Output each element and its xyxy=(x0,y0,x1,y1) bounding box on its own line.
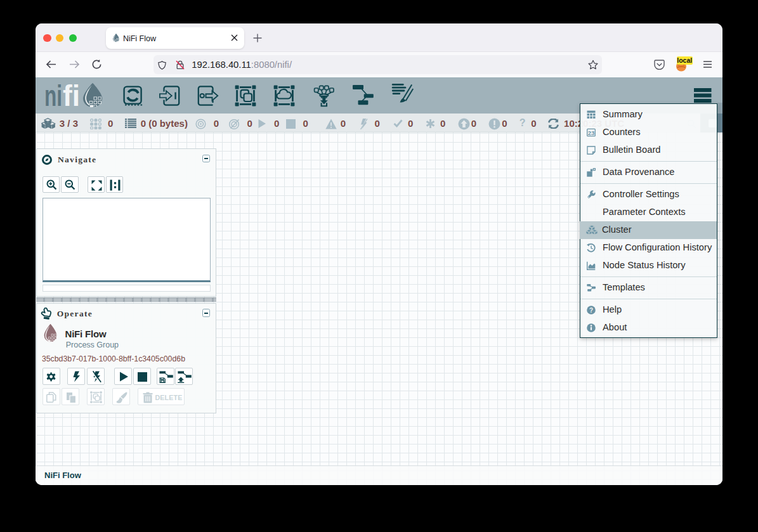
svg-text:fi: fi xyxy=(63,82,80,108)
svg-text:?: ? xyxy=(589,307,593,314)
svg-text:23: 23 xyxy=(588,129,595,136)
svg-text:ni: ni xyxy=(44,82,62,108)
